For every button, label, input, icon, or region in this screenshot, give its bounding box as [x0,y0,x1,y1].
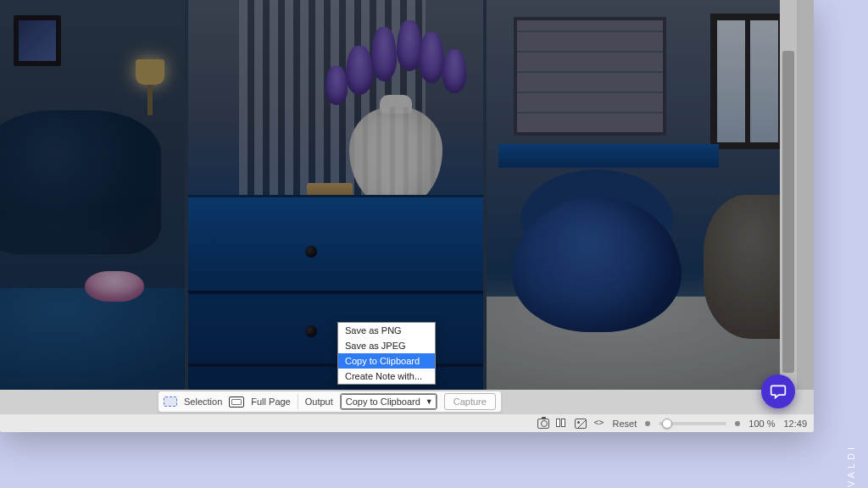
scrollbar-thumb[interactable] [782,51,794,373]
vase-ribs [349,107,442,208]
full-page-icon [229,396,244,408]
screenshot-stage: Save as PNGSave as JPEGCopy to Clipboard… [0,0,868,488]
gallery-image-2 [188,0,483,390]
watermark-text: VIVALDI [846,444,856,488]
window [710,14,785,149]
flowers [315,20,483,122]
dresser [188,195,483,390]
armchair-back [520,169,673,237]
rug [0,288,185,390]
capture-button[interactable]: Capture [444,393,496,410]
desk [498,144,719,168]
wall-art [14,15,61,66]
image-toggle-icon[interactable] [575,419,587,429]
browser-window: Save as PNGSave as JPEGCopy to Clipboard… [0,0,814,432]
chevron-down-icon: ▼ [426,397,433,406]
area-rug [487,297,797,390]
zoom-slider-thumb[interactable] [662,419,672,429]
zoom-slider-max [735,421,740,426]
status-icons: <> [537,419,604,429]
separator [298,394,298,409]
selection-toggle[interactable]: Selection [184,396,222,407]
clock: 12:49 [783,419,807,429]
armchair [512,197,682,332]
bed [0,110,161,254]
vertical-scrollbar[interactable] [780,0,797,390]
drawer-knob [305,325,317,337]
zoom-value: 100 % [748,419,775,429]
output-menu[interactable]: Save as PNGSave as JPEGCopy to Clipboard… [337,322,436,385]
tile-view-icon[interactable] [556,419,568,429]
zoom-slider-min [645,421,650,426]
output-menu-item[interactable]: Save as JPEG [338,338,435,353]
output-menu-item[interactable]: Copy to Clipboard [338,353,435,369]
capture-toolbar: Selection Full Page Output Copy to Clipb… [158,391,502,413]
zoom-slider[interactable] [659,422,726,425]
gold-box [307,183,353,208]
vivaldi-watermark: VIVALDI [846,444,856,488]
decor-bowl [85,271,144,302]
output-select[interactable]: Copy to Clipboard ▼ [340,393,437,410]
code-icon[interactable]: <> [593,419,604,429]
output-label: Output [305,396,333,407]
output-menu-item[interactable]: Create Note with... [338,369,435,384]
drawer-knob [305,246,317,258]
status-bar: <> Reset 100 % 12:49 [0,413,814,432]
gallery-image-1 [0,0,185,390]
full-page-toggle[interactable]: Full Page [251,396,290,407]
grid-wall-art [514,17,666,136]
zoom-reset[interactable]: Reset [613,419,637,429]
camera-icon[interactable] [537,419,549,429]
gallery-image-3 [487,0,797,390]
output-menu-item[interactable]: Save as PNG [338,323,435,338]
chat-fab[interactable] [761,374,795,408]
chat-icon [770,383,787,400]
output-select-value: Copy to Clipboard [346,396,420,407]
lamp-stem [147,85,153,115]
lamp-shade [136,59,164,85]
vase [349,107,442,208]
selection-icon [164,396,177,407]
striped-wall [239,0,426,220]
